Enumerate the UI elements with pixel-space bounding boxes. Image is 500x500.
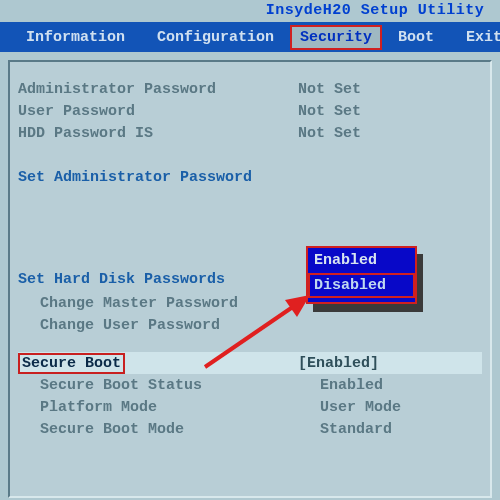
platform-mode-row: Platform Mode User Mode [18,396,482,418]
change-user-password[interactable]: Change User Password [18,314,482,336]
popup-option-enabled[interactable]: Enabled [308,248,415,273]
admin-password-value: Not Set [298,81,482,98]
tab-boot[interactable]: Boot [382,29,450,46]
tab-exit[interactable]: Exit [450,29,500,46]
platform-mode-label: Platform Mode [40,399,320,416]
secure-boot-value: [Enabled] [298,355,482,372]
secure-boot-status-value: Enabled [320,377,482,394]
set-admin-password[interactable]: Set Administrator Password [18,166,482,188]
secure-boot-status-row: Secure Boot Status Enabled [18,374,482,396]
secure-boot-status-label: Secure Boot Status [40,377,320,394]
secure-boot-popup[interactable]: Enabled Disabled [306,246,417,304]
hdd-password-value: Not Set [298,125,482,142]
secure-boot-mode-label: Secure Boot Mode [40,421,320,438]
tab-security[interactable]: Security [290,25,382,50]
admin-password-label: Administrator Password [18,81,298,98]
secure-boot-mode-row: Secure Boot Mode Standard [18,418,482,440]
popup-option-disabled[interactable]: Disabled [308,273,415,298]
admin-password-row: Administrator Password Not Set [18,78,482,100]
hdd-password-row: HDD Password IS Not Set [18,122,482,144]
secure-boot-mode-value: Standard [320,421,482,438]
user-password-value: Not Set [298,103,482,120]
secure-boot-label: Secure Boot [18,353,125,374]
platform-mode-value: User Mode [320,399,482,416]
hdd-password-label: HDD Password IS [18,125,298,142]
secure-boot-row[interactable]: Secure Boot [Enabled] [18,352,482,374]
bios-content-panel: Administrator Password Not Set User Pass… [8,60,492,498]
utility-title: InsydeH20 Setup Utility [0,0,500,22]
menu-bar: Information Configuration Security Boot … [0,22,500,52]
tab-configuration[interactable]: Configuration [141,29,290,46]
user-password-label: User Password [18,103,298,120]
tab-information[interactable]: Information [10,29,141,46]
user-password-row: User Password Not Set [18,100,482,122]
